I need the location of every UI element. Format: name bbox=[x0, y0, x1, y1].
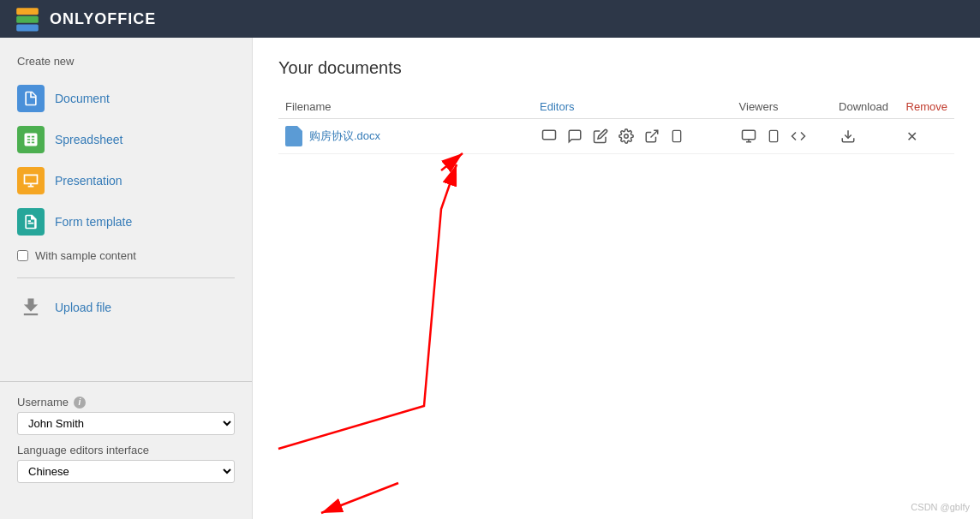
svg-rect-3 bbox=[543, 130, 556, 140]
spreadsheet-icon bbox=[17, 126, 45, 153]
col-header-editors: Editors bbox=[533, 95, 732, 119]
col-header-viewers: Viewers bbox=[732, 95, 833, 119]
username-label-row: Username i bbox=[17, 396, 235, 409]
content-area: Your documents Filename Editors Viewers … bbox=[253, 38, 980, 519]
sidebar-item-form-template[interactable]: Form template bbox=[0, 201, 252, 242]
svg-line-13 bbox=[441, 153, 463, 170]
filename-cell: 购房协议.docx bbox=[278, 119, 533, 154]
svg-rect-9 bbox=[769, 130, 777, 141]
edit-icon[interactable] bbox=[591, 127, 610, 146]
svg-point-4 bbox=[624, 134, 629, 139]
sample-content-checkbox[interactable] bbox=[17, 250, 28, 261]
logo-icon bbox=[14, 5, 41, 33]
col-header-download: Download bbox=[832, 95, 899, 119]
col-header-filename: Filename bbox=[278, 95, 533, 119]
svg-rect-2 bbox=[16, 24, 39, 31]
sidebar-bottom: Username i John Smith Guest Language edi… bbox=[0, 381, 252, 502]
presentation-icon bbox=[17, 167, 45, 194]
mobile-icon[interactable] bbox=[668, 127, 685, 146]
watermark: CSDN @gblfy bbox=[911, 502, 970, 512]
download-icon[interactable] bbox=[839, 127, 858, 146]
sample-content-row: With sample content bbox=[0, 242, 252, 269]
sidebar-item-spreadsheet[interactable]: Spreadsheet bbox=[0, 119, 252, 160]
sample-content-label: With sample content bbox=[35, 249, 136, 262]
sidebar-divider bbox=[17, 277, 235, 278]
header: ONLYOFFICE bbox=[0, 0, 980, 38]
presentation-label: Presentation bbox=[55, 174, 122, 188]
filename-text: 购房协议.docx bbox=[309, 128, 380, 144]
upload-icon bbox=[17, 294, 45, 321]
editors-cell bbox=[533, 119, 732, 154]
viewer-desktop-icon[interactable] bbox=[739, 127, 758, 146]
sidebar-item-presentation[interactable]: Presentation bbox=[0, 160, 252, 201]
create-new-label: Create new bbox=[0, 55, 252, 78]
sidebar: Create new Document Spreadsheet Presenta… bbox=[0, 38, 253, 519]
col-header-remove: Remove bbox=[899, 95, 954, 119]
document-icon bbox=[17, 85, 45, 112]
svg-rect-1 bbox=[16, 16, 39, 23]
upload-file-item[interactable]: Upload file bbox=[0, 287, 252, 328]
form-template-label: Form template bbox=[55, 215, 132, 229]
download-cell bbox=[832, 119, 899, 154]
external-link-icon[interactable] bbox=[642, 127, 661, 146]
spreadsheet-label: Spreadsheet bbox=[55, 133, 122, 146]
svg-rect-0 bbox=[16, 8, 39, 15]
viewer-embed-icon[interactable] bbox=[789, 127, 808, 146]
username-select[interactable]: John Smith Guest bbox=[17, 412, 235, 435]
svg-rect-8 bbox=[742, 130, 755, 140]
language-label: Language editors interface bbox=[17, 444, 235, 456]
sidebar-item-document[interactable]: Document bbox=[0, 78, 252, 119]
documents-table: Filename Editors Viewers Download Remove… bbox=[278, 95, 954, 154]
remove-icon[interactable]: ✕ bbox=[906, 129, 917, 144]
remove-cell: ✕ bbox=[899, 119, 954, 154]
svg-line-5 bbox=[651, 130, 658, 137]
comment-icon[interactable] bbox=[565, 127, 584, 146]
svg-rect-6 bbox=[672, 130, 680, 141]
username-info-icon: i bbox=[74, 397, 86, 409]
viewers-cell bbox=[732, 119, 833, 154]
username-label-text: Username bbox=[17, 396, 69, 409]
document-label: Document bbox=[55, 92, 110, 105]
viewer-mobile-icon[interactable] bbox=[765, 127, 782, 146]
main-layout: Create new Document Spreadsheet Presenta… bbox=[0, 38, 980, 519]
table-row: 购房协议.docx bbox=[278, 119, 954, 154]
page-title: Your documents bbox=[278, 58, 954, 78]
app-title: ONLYOFFICE bbox=[50, 10, 156, 28]
settings-icon[interactable] bbox=[617, 127, 636, 146]
desktop-edit-icon[interactable] bbox=[540, 127, 559, 146]
doc-file-icon bbox=[285, 126, 302, 146]
logo: ONLYOFFICE bbox=[14, 5, 156, 33]
language-select[interactable]: Chinese English French German Spanish bbox=[17, 460, 235, 483]
upload-label: Upload file bbox=[55, 301, 111, 314]
form-template-icon bbox=[17, 208, 45, 236]
